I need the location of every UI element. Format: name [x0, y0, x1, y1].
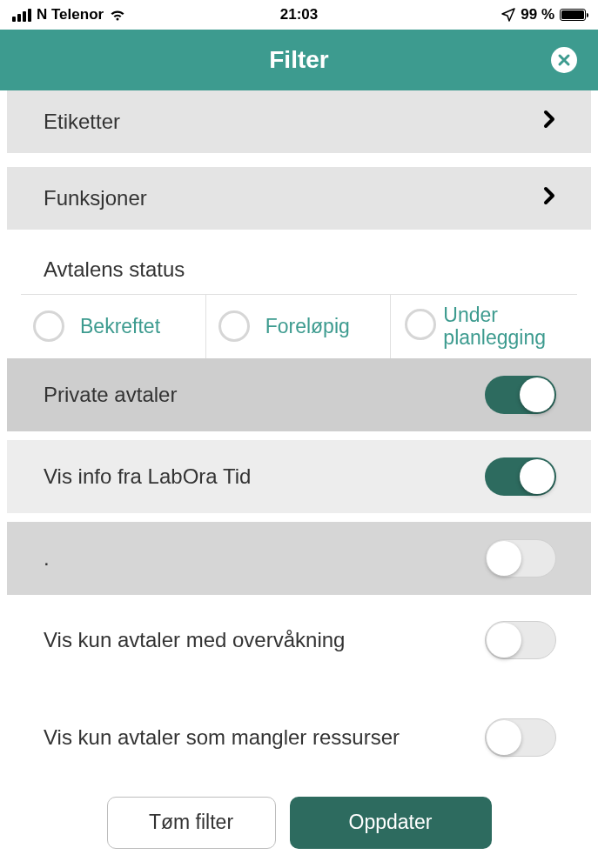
- status-radio-group: Bekreftet Foreløpig Under planlegging: [21, 294, 577, 358]
- radio-icon: [218, 310, 250, 342]
- nav-item-label: Etiketter: [44, 110, 120, 134]
- radio-icon: [405, 309, 436, 340]
- toggle-knob: [487, 720, 521, 755]
- status-bar: N Telenor 21:03 99 %: [0, 0, 598, 30]
- toggle-private-avtaler[interactable]: [485, 376, 556, 414]
- radio-label: Bekreftet: [80, 315, 160, 338]
- radio-bekreftet[interactable]: Bekreftet: [21, 295, 206, 358]
- toggle-label: Vis kun avtaler med overvåkning: [44, 628, 345, 652]
- battery-icon: [560, 9, 586, 21]
- time-label: 21:03: [280, 6, 318, 23]
- close-button[interactable]: [551, 47, 577, 73]
- toggle-mangler-ressurser[interactable]: [485, 718, 556, 757]
- status-right: 99 %: [501, 6, 586, 23]
- toggle-label: .: [44, 546, 50, 571]
- toggle-row-dot: .: [7, 522, 591, 595]
- close-icon: [557, 53, 571, 67]
- nav-item-funksjoner[interactable]: Funksjoner: [7, 167, 591, 230]
- toggle-dot[interactable]: [485, 539, 556, 578]
- toggle-knob: [520, 377, 554, 412]
- toggle-knob: [520, 459, 554, 494]
- toggle-row-private-avtaler: Private avtaler: [7, 358, 591, 431]
- location-icon: [501, 8, 515, 22]
- chevron-right-icon: [542, 184, 556, 212]
- toggle-knob: [487, 623, 521, 658]
- update-button[interactable]: Oppdater: [290, 797, 492, 849]
- toggle-label: Private avtaler: [44, 383, 177, 407]
- toggle-labora-tid[interactable]: [485, 457, 556, 496]
- status-left: N Telenor: [12, 6, 126, 23]
- radio-icon: [33, 310, 64, 342]
- radio-under-planlegging[interactable]: Under planlegging: [391, 295, 577, 358]
- wifi-icon: [109, 9, 126, 22]
- header: Filter: [0, 30, 598, 90]
- toggle-label: Vis kun avtaler som mangler ressurser: [44, 725, 400, 750]
- page-title: Filter: [269, 46, 328, 74]
- toggle-row-mangler-ressurser: Vis kun avtaler som mangler ressurser: [7, 701, 591, 774]
- battery-pct-label: 99 %: [521, 6, 554, 23]
- toggle-overvakning[interactable]: [485, 621, 556, 659]
- carrier-label: N Telenor: [37, 6, 104, 23]
- clear-filter-button[interactable]: Tøm filter: [107, 797, 276, 849]
- status-section-label: Avtalens status: [0, 244, 598, 294]
- toggle-knob: [487, 541, 521, 576]
- toggle-row-labora-tid: Vis info fra LabOra Tid: [7, 440, 591, 513]
- nav-item-label: Funksjoner: [44, 186, 147, 210]
- signal-icon: [12, 9, 31, 22]
- button-label: Tøm filter: [149, 811, 233, 834]
- footer: Tøm filter Oppdater: [0, 774, 598, 849]
- nav-item-etiketter[interactable]: Etiketter: [7, 90, 591, 153]
- toggle-label: Vis info fra LabOra Tid: [44, 464, 251, 489]
- button-label: Oppdater: [349, 811, 433, 834]
- radio-label: Under planlegging: [443, 304, 570, 350]
- chevron-right-icon: [542, 108, 556, 136]
- radio-label: Foreløpig: [265, 315, 350, 338]
- toggle-row-overvakning: Vis kun avtaler med overvåkning: [7, 604, 591, 677]
- radio-forelopig[interactable]: Foreløpig: [206, 295, 392, 358]
